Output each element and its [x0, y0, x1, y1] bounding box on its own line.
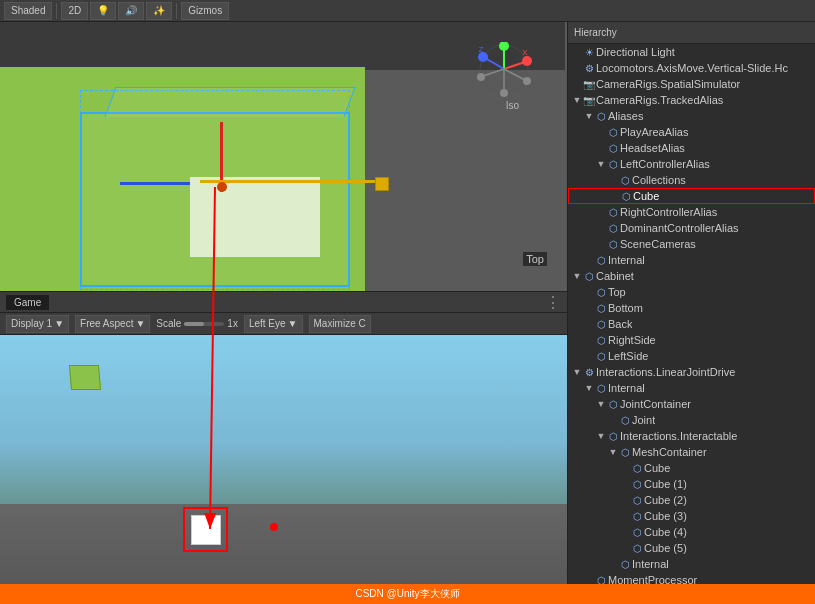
svg-point-11 [477, 73, 485, 81]
hier-item-leftside[interactable]: ⬡LeftSide [568, 348, 815, 364]
handle-blue-arrow [90, 179, 93, 182]
svg-line-7 [485, 58, 504, 69]
scale-slider[interactable] [184, 322, 224, 326]
hier-item-meshcontainer[interactable]: ▼⬡MeshContainer [568, 444, 815, 460]
hier-item-jointcontainer[interactable]: ▼⬡JointContainer [568, 396, 815, 412]
hier-arrow-cabinet: ▼ [572, 271, 582, 281]
hier-label-leftside: LeftSide [608, 350, 648, 362]
hier-label-playarea-alias: PlayAreaAlias [620, 126, 688, 138]
game-cube-box [183, 507, 228, 552]
toolbar-btn-lights[interactable]: 💡 [90, 2, 116, 20]
game-controls: Display 1 ▼ Free Aspect ▼ Scale 1x Left … [0, 313, 567, 335]
hier-item-cube2[interactable]: ⬡Cube (1) [568, 476, 815, 492]
hier-label-camera-spatial: CameraRigs.SpatialSimulator [596, 78, 740, 90]
hier-icon-top: ⬡ [594, 287, 608, 298]
hier-icon-playarea-alias: ⬡ [606, 127, 620, 138]
aspect-dropdown[interactable]: Free Aspect ▼ [75, 315, 150, 333]
hier-item-headset-alias[interactable]: ⬡HeadsetAlias [568, 140, 815, 156]
hier-item-internal3[interactable]: ⬡Internal [568, 556, 815, 572]
hier-item-cube3[interactable]: ⬡Cube (2) [568, 492, 815, 508]
hier-icon-aliases: ⬡ [594, 111, 608, 122]
display-arrow: ▼ [54, 318, 64, 329]
scale-label: Scale [156, 318, 181, 329]
hier-icon-cube1: ⬡ [630, 463, 644, 474]
hier-label-internal2: Internal [608, 382, 645, 394]
hier-label-directional-light: Directional Light [596, 46, 675, 58]
hier-item-camera-tracked[interactable]: ▼📷CameraRigs.TrackedAlias [568, 92, 815, 108]
gizmo-widget[interactable]: X Y Z [477, 42, 532, 97]
hier-label-scenecameras: SceneCameras [620, 238, 696, 250]
game-tab[interactable]: Game [6, 295, 49, 310]
hierarchy-title: Hierarchy [574, 27, 617, 38]
hier-item-playarea-alias[interactable]: ⬡PlayAreaAlias [568, 124, 815, 140]
top-toolbar: Shaded 2D 💡 🔊 ✨ Gizmos [0, 0, 815, 22]
hier-label-internal3: Internal [632, 558, 669, 570]
hier-item-internal2[interactable]: ▼⬡Internal [568, 380, 815, 396]
hier-label-cube-selected: Cube [633, 190, 659, 202]
eye-arrow: ▼ [288, 318, 298, 329]
hier-label-leftcontroller-alias: LeftControllerAlias [620, 158, 710, 170]
hier-item-back[interactable]: ⬡Back [568, 316, 815, 332]
hier-item-top[interactable]: ⬡Top [568, 284, 815, 300]
transform-handle-yellow [200, 180, 380, 183]
hier-item-rightcontroller-alias[interactable]: ⬡RightControllerAlias [568, 204, 815, 220]
hier-icon-joint: ⬡ [618, 415, 632, 426]
toolbar-btn-audio[interactable]: 🔊 [118, 2, 144, 20]
hier-item-collections[interactable]: ⬡Collections [568, 172, 815, 188]
eye-dropdown[interactable]: Left Eye ▼ [244, 315, 303, 333]
hier-label-headset-alias: HeadsetAlias [620, 142, 685, 154]
iso-label: Iso [506, 100, 519, 111]
hier-item-locomotors-axis[interactable]: ⚙Locomotors.AxisMove.Vertical-Slide.Hc [568, 60, 815, 76]
hier-icon-meshcontainer: ⬡ [618, 447, 632, 458]
hier-item-camera-spatial[interactable]: 📷CameraRigs.SpatialSimulator [568, 76, 815, 92]
hier-icon-leftside: ⬡ [594, 351, 608, 362]
hier-item-cube1[interactable]: ⬡Cube [568, 460, 815, 476]
hier-label-dominantcontroller-alias: DominantControllerAlias [620, 222, 739, 234]
hier-item-cube6[interactable]: ⬡Cube (5) [568, 540, 815, 556]
svg-text:Z: Z [479, 45, 484, 54]
hier-item-cube5[interactable]: ⬡Cube (4) [568, 524, 815, 540]
hier-item-rightside[interactable]: ⬡RightSide [568, 332, 815, 348]
scale-control: Scale 1x [156, 318, 238, 329]
hier-label-locomotors-axis: Locomotors.AxisMove.Vertical-Slide.Hc [596, 62, 788, 74]
hier-item-cube-selected[interactable]: ⬡Cube [568, 188, 815, 204]
display-dropdown[interactable]: Display 1 ▼ [6, 315, 69, 333]
svg-text:Y: Y [501, 42, 507, 45]
hier-arrow-meshcontainer: ▼ [608, 447, 618, 457]
scale-value: 1x [227, 318, 238, 329]
game-menu-icon[interactable]: ⋮ [545, 293, 561, 312]
hier-item-aliases[interactable]: ▼⬡Aliases [568, 108, 815, 124]
game-view[interactable] [0, 335, 567, 604]
hier-item-interactions-linear[interactable]: ▼⚙Interactions.LinearJointDrive [568, 364, 815, 380]
hier-item-interactions-interactable[interactable]: ▼⬡Interactions.Interactable [568, 428, 815, 444]
hier-item-leftcontroller-alias[interactable]: ▼⬡LeftControllerAlias [568, 156, 815, 172]
hier-label-collections: Collections [632, 174, 686, 186]
hier-label-cabinet: Cabinet [596, 270, 634, 282]
toolbar-btn-2d[interactable]: 2D [61, 2, 88, 20]
hier-item-internal[interactable]: ⬡Internal [568, 252, 815, 268]
hier-item-cabinet[interactable]: ▼⬡Cabinet [568, 268, 815, 284]
hier-icon-internal: ⬡ [594, 255, 608, 266]
hier-label-cube4: Cube (3) [644, 510, 687, 522]
transform-handle-blue [120, 182, 190, 185]
hier-item-bottom[interactable]: ⬡Bottom [568, 300, 815, 316]
hier-item-cube4[interactable]: ⬡Cube (3) [568, 508, 815, 524]
maximize-dropdown[interactable]: Maximize C [309, 315, 371, 333]
scene-cube-top [105, 87, 356, 117]
scene-view[interactable]: X Y Z [0, 22, 567, 291]
hier-icon-cabinet: ⬡ [582, 271, 596, 282]
hier-icon-headset-alias: ⬡ [606, 143, 620, 154]
hier-icon-locomotors-axis: ⚙ [582, 63, 596, 74]
toolbar-separator [56, 3, 57, 19]
hier-item-directional-light[interactable]: ☀Directional Light [568, 44, 815, 60]
gizmos-button[interactable]: Gizmos [181, 2, 229, 20]
hier-item-scenecameras[interactable]: ⬡SceneCameras [568, 236, 815, 252]
display-label: Display 1 [11, 318, 52, 329]
hier-icon-directional-light: ☀ [582, 47, 596, 58]
toolbar-btn-fx[interactable]: ✨ [146, 2, 172, 20]
hier-icon-cube6: ⬡ [630, 543, 644, 554]
shaded-button[interactable]: Shaded [4, 2, 52, 20]
hier-item-joint[interactable]: ⬡Joint [568, 412, 815, 428]
hier-item-dominantcontroller-alias[interactable]: ⬡DominantControllerAlias [568, 220, 815, 236]
hier-arrow-leftcontroller-alias: ▼ [596, 159, 606, 169]
